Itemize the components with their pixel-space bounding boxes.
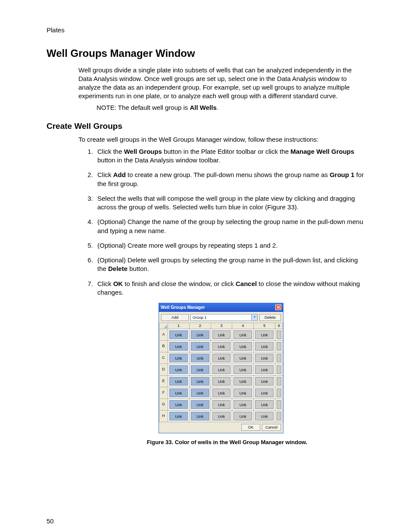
well-selected[interactable]: Unk	[191, 354, 209, 362]
well-cell[interactable]: Unk	[254, 340, 275, 352]
well-selected[interactable]: Unk	[191, 342, 209, 351]
well-cell[interactable]: Unk	[189, 398, 211, 410]
well-cell[interactable]: Unk	[254, 375, 275, 387]
add-button[interactable]: Add	[161, 314, 189, 321]
well[interactable]	[277, 354, 281, 362]
well-cell[interactable]	[275, 375, 283, 387]
well[interactable]: Unk	[234, 377, 252, 386]
well[interactable]: Unk	[255, 389, 274, 397]
well[interactable]	[277, 412, 281, 420]
well-cell[interactable]: Unk	[168, 352, 190, 364]
well-cell[interactable]: Unk	[232, 398, 254, 410]
well-cell[interactable]: Unk	[168, 398, 190, 410]
well-cell[interactable]: Unk	[254, 410, 275, 422]
well-cell[interactable]: Unk	[168, 364, 190, 375]
well-cell[interactable]: Unk	[232, 329, 254, 340]
well-cell[interactable]: Unk	[232, 340, 254, 352]
well-cell[interactable]: Unk	[232, 364, 254, 375]
well[interactable]: Unk	[255, 412, 274, 420]
well-cell[interactable]: Unk	[189, 410, 211, 422]
well[interactable]	[277, 365, 281, 374]
well-cell[interactable]: Unk	[211, 375, 232, 387]
well[interactable]: Unk	[212, 377, 231, 386]
well-cell[interactable]	[275, 352, 283, 364]
well-cell[interactable]: Unk	[211, 410, 232, 422]
well[interactable]: Unk	[234, 365, 252, 374]
well[interactable]: Unk	[234, 330, 252, 339]
well-cell[interactable]: Unk	[232, 387, 254, 398]
well-cell[interactable]	[275, 340, 283, 352]
well[interactable]	[277, 389, 281, 397]
well[interactable]: Unk	[234, 389, 252, 397]
well[interactable]: Unk	[212, 330, 231, 339]
chevron-down-icon[interactable]: ▾	[251, 314, 257, 320]
well-cell[interactable]: Unk	[211, 364, 232, 375]
well-cell[interactable]	[275, 364, 283, 375]
well-selected[interactable]: Unk	[169, 400, 188, 409]
well[interactable]	[277, 400, 281, 409]
well-cell[interactable]	[275, 398, 283, 410]
well-selected[interactable]: Unk	[191, 389, 209, 397]
well-cell[interactable]: Unk	[254, 398, 275, 410]
well-cell[interactable]: Unk	[168, 329, 190, 340]
well-cell[interactable]: Unk	[211, 340, 232, 352]
well[interactable]: Unk	[234, 412, 252, 420]
well-cell[interactable]: Unk	[232, 375, 254, 387]
well-cell[interactable]: Unk	[168, 340, 190, 352]
well-cell[interactable]: Unk	[189, 340, 211, 352]
well-cell[interactable]: Unk	[232, 352, 254, 364]
well-cell[interactable]: Unk	[189, 352, 211, 364]
well-cell[interactable]	[275, 387, 283, 398]
well-cell[interactable]: Unk	[189, 329, 211, 340]
well-selected[interactable]: Unk	[191, 412, 209, 420]
well-selected[interactable]: Unk	[169, 412, 188, 420]
well[interactable]: Unk	[255, 342, 274, 351]
close-icon[interactable]: ✕	[275, 305, 281, 310]
well-cell[interactable]: Unk	[189, 387, 211, 398]
well-cell[interactable]: Unk	[168, 410, 190, 422]
well[interactable]: Unk	[212, 354, 231, 362]
well-cell[interactable]: Unk	[254, 364, 275, 375]
well-selected[interactable]: Unk	[169, 342, 188, 351]
well-cell[interactable]: Unk	[211, 329, 232, 340]
well-cell[interactable]: Unk	[232, 410, 254, 422]
well-cell[interactable]: Unk	[168, 375, 190, 387]
cancel-button[interactable]: Cancel	[262, 424, 281, 431]
well[interactable]	[277, 342, 281, 351]
well-cell[interactable]: Unk	[211, 398, 232, 410]
well[interactable]	[277, 330, 281, 339]
well[interactable]: Unk	[255, 330, 274, 339]
well[interactable]: Unk	[212, 342, 231, 351]
delete-button[interactable]: Delete	[259, 314, 281, 321]
group-dropdown[interactable]: Group 1 ▾	[190, 314, 258, 321]
well[interactable]: Unk	[212, 412, 231, 420]
well-cell[interactable]: Unk	[254, 329, 275, 340]
well-selected[interactable]: Unk	[191, 330, 209, 339]
well[interactable]: Unk	[212, 389, 231, 397]
well-cell[interactable]: Unk	[254, 387, 275, 398]
plate-grid[interactable]: 1 2 3 4 5 6 AUnkUnkUnkUnkUnkBUnkUnkUnkUn…	[159, 323, 283, 422]
well-cell[interactable]: Unk	[189, 375, 211, 387]
well-selected[interactable]: Unk	[169, 354, 188, 362]
well[interactable]: Unk	[212, 365, 231, 374]
well[interactable]: Unk	[255, 365, 274, 374]
well[interactable]: Unk	[234, 354, 252, 362]
well-cell[interactable]	[275, 329, 283, 340]
ok-button[interactable]: OK	[241, 424, 260, 431]
well-selected[interactable]: Unk	[169, 389, 188, 397]
well-cell[interactable]: Unk	[254, 352, 275, 364]
well-selected[interactable]: Unk	[191, 377, 209, 386]
well[interactable]: Unk	[255, 377, 274, 386]
well-selected[interactable]: Unk	[169, 377, 188, 386]
well-selected[interactable]: Unk	[169, 365, 188, 374]
well-selected[interactable]: Unk	[191, 400, 209, 409]
well[interactable]: Unk	[255, 400, 274, 409]
well[interactable]: Unk	[255, 354, 274, 362]
well[interactable]: Unk	[234, 342, 252, 351]
well-cell[interactable]: Unk	[211, 352, 232, 364]
well-cell[interactable]	[275, 410, 283, 422]
well[interactable]: Unk	[212, 400, 231, 409]
well-selected[interactable]: Unk	[191, 365, 209, 374]
well[interactable]	[277, 377, 281, 386]
well-cell[interactable]: Unk	[168, 387, 190, 398]
